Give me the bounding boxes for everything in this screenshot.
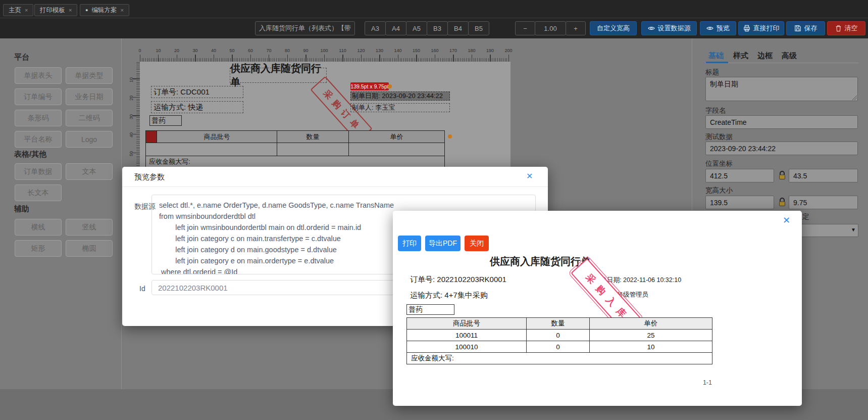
- export-pdf-button[interactable]: 导出PDF: [425, 236, 461, 251]
- print-button[interactable]: 打印: [398, 236, 421, 251]
- toolbar: 入库随货同行单（列表式）【带 A3 A4 A5 B3 B4 B5 − 1.00 …: [0, 18, 868, 38]
- set-datasource-button[interactable]: 设置数据源: [641, 21, 697, 35]
- size-label: 宽高大小: [705, 186, 733, 195]
- horizontal-ruler-ticks: [140, 55, 510, 62]
- ruler-tick-label: 80: [285, 48, 290, 53]
- sidebar-item-long-text[interactable]: 长文本: [15, 184, 62, 201]
- close-preview-button[interactable]: 关闭: [465, 236, 489, 251]
- template-name-button[interactable]: 入库随货同行单（列表式）【带: [255, 21, 355, 35]
- height-input[interactable]: 9.75: [789, 196, 858, 209]
- preview-transport: 运输方式: 4+7集中采购: [410, 291, 488, 300]
- ruler-tick-label: 190: [486, 48, 494, 53]
- paper-size-a5[interactable]: A5: [406, 21, 427, 35]
- size-tooltip: 139.5pt x 9.75pt: [350, 82, 389, 90]
- printer-icon: [743, 25, 750, 32]
- test-data-label: 测试数据: [705, 132, 733, 142]
- canvas-creator[interactable]: 制单人: 李玉宝: [350, 103, 450, 112]
- canvas-create-date-selected[interactable]: 制单日期: 2023-09-20 23:44:22: [350, 91, 450, 101]
- page-tab-print-template[interactable]: 打印模板 ×: [34, 4, 77, 16]
- ruler-tick-label: 150: [413, 48, 420, 53]
- ruler-tick-label: 140: [394, 48, 401, 53]
- zoom-out-button[interactable]: −: [515, 21, 535, 35]
- ruler-tick-label: 70: [266, 48, 271, 53]
- paper-size-a3[interactable]: A3: [365, 21, 386, 35]
- zoom-in-button[interactable]: +: [566, 21, 586, 35]
- sidebar-item-text[interactable]: 文本: [66, 163, 113, 180]
- preview-button[interactable]: 预览: [700, 21, 736, 35]
- resize-handle[interactable]: [388, 84, 392, 88]
- field-name-label: 字段名: [705, 106, 726, 115]
- test-data-input[interactable]: 2023-09-20 23:44:22: [705, 142, 858, 155]
- app-root: 主页 × 打印模板 × ● 编辑方案 × 入库随货同行单（列表式）【带 A3 A…: [0, 0, 868, 420]
- close-icon[interactable]: ✕: [783, 216, 790, 225]
- tab-close-icon[interactable]: ×: [25, 7, 28, 13]
- canvas-col-price[interactable]: 单价: [349, 131, 445, 143]
- resize-handle[interactable]: [448, 134, 452, 138]
- sideb ar-item-rect[interactable]: 矩形: [15, 240, 62, 257]
- save-icon: [794, 25, 801, 32]
- tab-close-icon[interactable]: ×: [120, 7, 123, 13]
- sidebar-item-vline[interactable]: 竖线: [66, 219, 113, 236]
- position-x-input[interactable]: 412.5: [705, 169, 774, 182]
- page-tab-edit-scheme[interactable]: ● 编辑方案 ×: [80, 4, 129, 16]
- cell-batch: 100011: [407, 330, 527, 341]
- sidebar-item-order-data[interactable]: 订单数据: [15, 163, 62, 180]
- clear-button[interactable]: 清空: [827, 21, 865, 35]
- field-name-input[interactable]: CreateTime: [705, 115, 858, 129]
- paper-size-a4[interactable]: A4: [385, 21, 406, 35]
- ruler-tick-label: 90: [303, 48, 308, 53]
- tab-close-icon[interactable]: ×: [69, 7, 72, 13]
- canvas-detail-table[interactable]: 商品批号 数量 单价 应收金额大写:: [145, 130, 445, 167]
- paper-size-b5[interactable]: B5: [468, 21, 489, 35]
- panel-tab-border[interactable]: 边框: [757, 51, 773, 61]
- direct-print-button[interactable]: 直接打印: [738, 21, 784, 35]
- sidebar-section-platform: 平台: [14, 53, 29, 62]
- close-icon[interactable]: ✕: [526, 172, 533, 180]
- sidebar-item-logo[interactable]: Logo: [66, 131, 113, 148]
- custom-size-button[interactable]: 自定义宽高: [590, 21, 637, 35]
- canvas-doc-title[interactable]: 供应商入库随货同行单: [230, 68, 327, 83]
- modal-title: 预览参数: [134, 172, 165, 182]
- canvas-col-batch[interactable]: 商品批号: [157, 131, 277, 143]
- panel-tab-style[interactable]: 样式: [733, 51, 748, 61]
- lock-icon[interactable]: [778, 170, 786, 180]
- cell-price: 25: [590, 330, 712, 341]
- sidebar-item-order-no[interactable]: 订单编号: [15, 88, 62, 105]
- table-row: 100011 0 25: [407, 330, 712, 341]
- ruler-tick-label: 170: [449, 48, 457, 53]
- preview-table-footer: 应收金额大写:: [407, 353, 712, 364]
- textarea-resize-icon[interactable]: [852, 96, 857, 100]
- sidebar-item-hline[interactable]: 横线: [15, 219, 62, 236]
- id-label: Id: [139, 285, 145, 293]
- panel-tab-advanced[interactable]: 高级: [782, 51, 797, 61]
- eye-icon: [648, 25, 655, 32]
- page-tab-label: 编辑方案: [91, 6, 117, 15]
- ruler-tick-label: 180: [468, 48, 475, 53]
- canvas-drug-type-box[interactable]: 普药: [149, 115, 182, 126]
- sidebar-item-doc-type[interactable]: 单据类型: [66, 67, 113, 84]
- sidebar-item-business-date[interactable]: 业务日期: [66, 88, 113, 105]
- save-button[interactable]: 保存: [786, 21, 825, 35]
- sidebar-item-qrcode[interactable]: 二维码: [66, 110, 113, 126]
- title-label: 标题: [705, 68, 719, 77]
- canvas-order-no[interactable]: 订单号: CDC001: [151, 86, 243, 98]
- ruler-tick-label: 110: [339, 48, 346, 53]
- paper-size-b3[interactable]: B3: [427, 21, 448, 35]
- width-input[interactable]: 139.5: [705, 196, 774, 209]
- sidebar-item-ellipse[interactable]: 椭圆: [66, 240, 113, 257]
- sidebar-item-barcode[interactable]: 条形码: [15, 110, 62, 126]
- eye-icon: [706, 25, 713, 32]
- ruler-tick-label: 60: [248, 48, 253, 53]
- canvas-transport[interactable]: 运输方式: 快递: [151, 101, 243, 113]
- canvas-col-qty[interactable]: 数量: [277, 131, 349, 143]
- panel-tab-basic[interactable]: 基础: [708, 51, 724, 61]
- page-tab-home[interactable]: 主页 ×: [3, 4, 33, 16]
- ruler-tick-label: 10: [156, 48, 161, 53]
- sidebar-item-platform-name[interactable]: 平台名称: [15, 131, 62, 148]
- title-textarea[interactable]: 制单日期: [705, 77, 858, 101]
- sidebar-item-doc-header[interactable]: 单据表头: [15, 67, 62, 84]
- table-drag-cell[interactable]: [146, 131, 157, 143]
- lock-icon[interactable]: [778, 197, 786, 207]
- position-y-input[interactable]: 43.5: [789, 169, 858, 182]
- paper-size-b4[interactable]: B4: [447, 21, 469, 35]
